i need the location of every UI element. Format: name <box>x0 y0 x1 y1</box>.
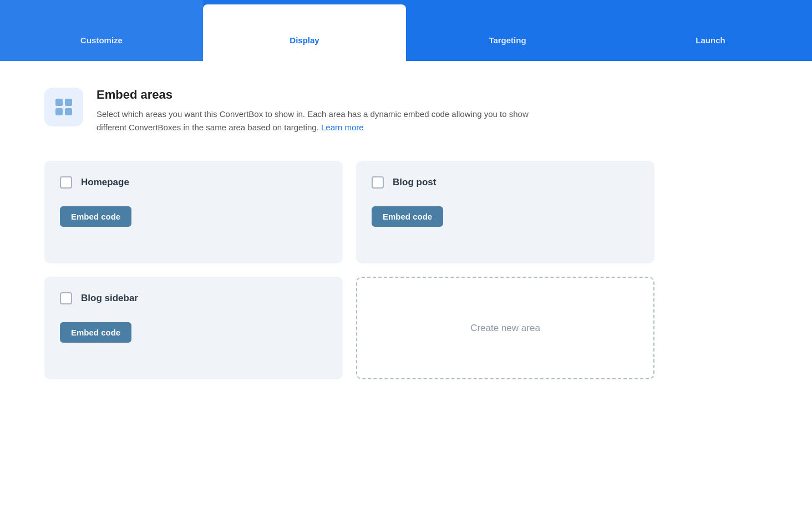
svg-rect-19 <box>55 108 63 115</box>
nav-item-customize[interactable]: Customize <box>0 0 203 61</box>
area-card-homepage: Homepage Embed code <box>44 161 343 263</box>
create-new-area-label: Create new area <box>470 323 540 334</box>
nav-label-targeting: Targeting <box>489 35 526 45</box>
embed-areas-icon-wrap <box>44 88 83 126</box>
homepage-label: Homepage <box>81 177 129 188</box>
area-card-header-blog-sidebar: Blog sidebar <box>60 292 327 304</box>
area-card-header-homepage: Homepage <box>60 176 327 189</box>
homepage-embed-button[interactable]: Embed code <box>60 206 131 227</box>
nav-label-display: Display <box>290 35 319 45</box>
embed-areas-text: Embed areas Select which areas you want … <box>97 88 529 134</box>
nav-label-launch: Launch <box>696 35 725 45</box>
nav-item-launch[interactable]: Launch <box>609 0 812 61</box>
grid-icon <box>53 96 74 118</box>
svg-rect-17 <box>55 99 63 106</box>
area-card-header-blog-post: Blog post <box>372 176 639 189</box>
top-navigation: Customize Display Targeting <box>0 0 812 61</box>
blog-sidebar-checkbox[interactable] <box>60 292 72 304</box>
blog-post-checkbox[interactable] <box>372 176 384 189</box>
homepage-checkbox[interactable] <box>60 176 72 189</box>
area-card-blog-sidebar: Blog sidebar Embed code <box>44 277 343 379</box>
blog-post-embed-button[interactable]: Embed code <box>372 206 443 227</box>
svg-rect-20 <box>65 108 72 115</box>
nav-item-display[interactable]: Display <box>203 4 406 61</box>
nav-item-targeting[interactable]: Targeting <box>406 0 609 61</box>
nav-label-customize: Customize <box>80 35 123 45</box>
area-card-blog-post: Blog post Embed code <box>356 161 654 263</box>
blog-sidebar-label: Blog sidebar <box>81 293 138 304</box>
main-content: Embed areas Select which areas you want … <box>0 61 812 529</box>
learn-more-link[interactable]: Learn more <box>321 123 364 132</box>
create-new-area-card[interactable]: Create new area <box>356 277 654 379</box>
areas-grid: Homepage Embed code Blog post Embed code… <box>44 161 654 379</box>
embed-areas-header: Embed areas Select which areas you want … <box>44 88 768 134</box>
embed-areas-title: Embed areas <box>97 88 529 102</box>
blog-sidebar-embed-button[interactable]: Embed code <box>60 322 131 343</box>
svg-rect-18 <box>65 99 72 106</box>
blog-post-label: Blog post <box>393 177 436 188</box>
embed-areas-description: Select which areas you want this Convert… <box>97 108 529 134</box>
